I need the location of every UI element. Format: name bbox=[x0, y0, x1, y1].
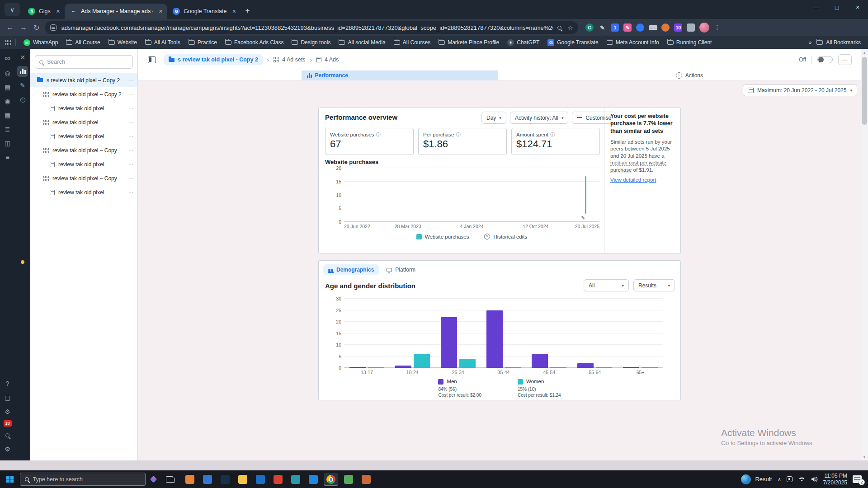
grammarly-extension-icon[interactable]: G bbox=[585, 23, 594, 32]
bookmark-website[interactable]: Website bbox=[104, 39, 141, 46]
bookmark-all-social-media[interactable]: All social Media bbox=[335, 39, 389, 46]
bookmark-practice[interactable]: Practice bbox=[184, 39, 221, 46]
help-icon[interactable]: ? bbox=[2, 378, 13, 389]
notification-center-icon[interactable]: 2 bbox=[853, 475, 862, 483]
customise-button[interactable]: Customise bbox=[572, 112, 616, 124]
bookmark-design-tools[interactable]: Design tools bbox=[288, 39, 335, 46]
all-bookmarks-button[interactable]: All Bookmarks bbox=[816, 39, 868, 46]
scroll-up-arrow[interactable]: ▴ bbox=[861, 49, 868, 56]
insights-chart-icon[interactable] bbox=[17, 66, 28, 77]
row-menu-icon[interactable]: ⋯ bbox=[128, 119, 134, 125]
clock[interactable]: 11:05 PM 7/20/2025 bbox=[823, 473, 847, 486]
pages-icon[interactable]: ▤ bbox=[2, 82, 13, 93]
tab-gigs[interactable]: fi Gigs ✕ bbox=[23, 4, 65, 19]
profile-avatar[interactable] bbox=[699, 23, 709, 33]
bookmark-running-client[interactable]: Running Client bbox=[663, 39, 716, 46]
blue-dot-extension-icon[interactable] bbox=[636, 23, 644, 32]
taskbar-app-red[interactable] bbox=[271, 473, 285, 486]
keyboard-extension-icon[interactable]: ⌨ bbox=[649, 23, 657, 32]
bookmark-all-courses[interactable]: All Courses bbox=[390, 39, 434, 46]
bookmark-all-course[interactable]: All Course bbox=[62, 39, 104, 46]
sidebar-item-campaign[interactable]: s review tak old pixel – Copy 2⋯ bbox=[30, 73, 137, 87]
bookmark-markete-place-profile[interactable]: Markete Place Profile bbox=[434, 39, 503, 46]
forward-button[interactable]: → bbox=[20, 23, 27, 32]
sidebar-item-adset[interactable]: review tak old pixel⋯ bbox=[30, 115, 137, 129]
row-menu-icon[interactable]: ⋯ bbox=[128, 161, 134, 167]
taskbar-app-photoshop[interactable] bbox=[218, 473, 232, 486]
breadcrumb-ads[interactable]: 4 Ads bbox=[316, 56, 339, 63]
close-window-button[interactable]: ✕ bbox=[847, 0, 868, 14]
scroll-down-arrow[interactable]: ▾ bbox=[861, 453, 868, 460]
close-icon[interactable]: ✕ bbox=[17, 52, 28, 63]
taskbar-app-store[interactable] bbox=[201, 473, 214, 486]
date-range-button[interactable]: Maximum: 20 Jun 2022 - 20 Jul 2025 ▾ bbox=[743, 84, 857, 96]
tab-close-icon[interactable]: ✕ bbox=[56, 9, 60, 14]
row-menu-icon[interactable]: ⋯ bbox=[128, 77, 134, 83]
url-text[interactable]: adsmanager.facebook.com/adsmanager/manag… bbox=[61, 24, 552, 31]
vertical-scrollbar[interactable]: ▴ ▾ bbox=[861, 49, 868, 460]
taskbar-app-teal[interactable] bbox=[289, 473, 302, 486]
pen-extension-icon[interactable]: ✎ bbox=[598, 23, 606, 32]
catalog-icon[interactable]: ▦ bbox=[2, 110, 13, 121]
sidebar-item-adset[interactable]: review tak old pixel – Copy⋯ bbox=[30, 143, 137, 157]
tab-close-icon[interactable]: ✕ bbox=[232, 9, 236, 14]
task-view-icon[interactable] bbox=[166, 476, 173, 483]
new-tab-button[interactable]: + bbox=[245, 6, 250, 15]
tab-google-translate[interactable]: G Google Translate ✕ bbox=[167, 4, 241, 19]
tab-demographics[interactable]: Demographics bbox=[323, 264, 379, 275]
home-bullseye-icon[interactable]: ◎ bbox=[2, 68, 13, 79]
metric-dropdown[interactable]: Results ▾ bbox=[633, 279, 675, 291]
taskbar-app-green[interactable] bbox=[342, 473, 355, 486]
bookmark-meta-account-info[interactable]: Meta Account Info bbox=[603, 39, 663, 46]
scrollbar-thumb[interactable] bbox=[862, 57, 867, 125]
feedback-box-icon[interactable]: ▢ bbox=[2, 392, 13, 403]
bookmark-google-translate[interactable]: GGoogle Translate bbox=[543, 39, 602, 46]
info-icon[interactable]: ⓘ bbox=[376, 131, 381, 138]
row-menu-icon[interactable]: ⋯ bbox=[128, 175, 134, 181]
teams-icon[interactable] bbox=[787, 476, 793, 482]
taskbar-search-input[interactable] bbox=[33, 476, 141, 483]
taskbar-app-edge[interactable] bbox=[307, 473, 320, 486]
address-bar[interactable]: adsmanager.facebook.com/adsmanager/manag… bbox=[45, 21, 578, 34]
history-clock-icon[interactable]: ◷ bbox=[17, 94, 28, 105]
row-menu-icon[interactable]: ⋯ bbox=[128, 91, 134, 97]
taskbar-app-brown[interactable] bbox=[359, 473, 373, 486]
taskbar-app-chrome[interactable] bbox=[324, 473, 338, 486]
browser-menu-icon[interactable]: ⋮ bbox=[714, 24, 720, 31]
taskbar-search[interactable] bbox=[20, 473, 146, 486]
edit-pencil-icon[interactable]: ✎ bbox=[17, 80, 28, 91]
sidebar-item-ad[interactable]: review tak old pixel⋯ bbox=[30, 129, 137, 143]
settings-gear-icon-2[interactable]: ⚙ bbox=[2, 444, 13, 455]
bookmark-whatsapp[interactable]: ☏WhatsApp bbox=[19, 39, 62, 46]
sidebar-item-ad[interactable]: review tak old pixel⋯ bbox=[30, 157, 137, 171]
tab-search-button[interactable]: ∨ bbox=[5, 3, 20, 16]
cortana-icon[interactable] bbox=[150, 476, 157, 483]
search-icon[interactable] bbox=[557, 26, 561, 30]
row-menu-icon[interactable]: ⋯ bbox=[128, 147, 134, 153]
reload-button[interactable]: ↻ bbox=[33, 23, 39, 32]
apps-grid-icon[interactable] bbox=[5, 40, 11, 45]
site-info-icon[interactable] bbox=[50, 24, 57, 31]
info-icon[interactable]: ⓘ bbox=[456, 131, 460, 138]
row-menu-icon[interactable]: ⋯ bbox=[128, 133, 134, 139]
more-options-button[interactable]: ⋯ bbox=[838, 54, 852, 65]
orange-extension-icon[interactable] bbox=[661, 23, 670, 32]
bookmark-chatgpt[interactable]: ∗ChatGPT bbox=[503, 39, 543, 46]
taskbar-app-orange[interactable] bbox=[183, 473, 197, 486]
meta-logo-icon[interactable]: ∞ bbox=[2, 52, 13, 65]
audience-icon[interactable]: ◉ bbox=[2, 96, 13, 107]
bookmark-all-ai-tools[interactable]: All Ai Tools bbox=[141, 39, 184, 46]
billing-icon[interactable]: ◫ bbox=[2, 138, 13, 149]
bookmarks-overflow-icon[interactable]: » bbox=[804, 39, 817, 46]
bookmark-facebook-ads-class[interactable]: Facebook Ads Class bbox=[221, 39, 288, 46]
breakdown-dropdown[interactable]: All ▾ bbox=[584, 279, 629, 291]
tab-performance[interactable]: Performance bbox=[302, 70, 498, 80]
sidebar-search-input[interactable] bbox=[47, 59, 128, 65]
lines-menu-icon[interactable]: ≣ bbox=[2, 124, 13, 135]
breadcrumb-adsets[interactable]: 4 Ad sets bbox=[274, 56, 305, 63]
campaign-status-toggle[interactable] bbox=[817, 56, 833, 63]
sidebar-item-ad[interactable]: review tak old pixel⋯ bbox=[30, 185, 137, 199]
actions-button[interactable]: ↑ Actions bbox=[676, 70, 703, 80]
pink-pen-extension-icon[interactable]: ✎ bbox=[623, 23, 632, 32]
day-dropdown[interactable]: Day ▾ bbox=[481, 112, 506, 124]
